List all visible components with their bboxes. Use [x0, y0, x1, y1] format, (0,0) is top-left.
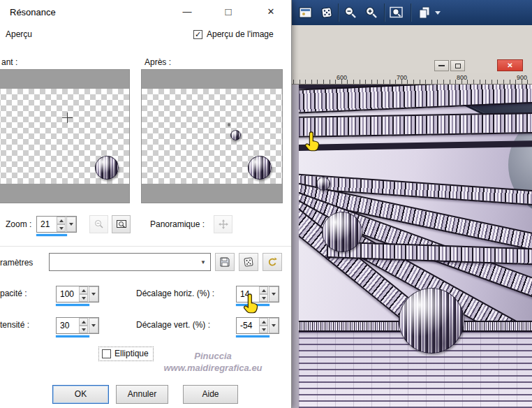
spin-down-button[interactable] [57, 224, 66, 232]
zoom-value[interactable]: 21 [37, 217, 57, 232]
accent-underline [56, 335, 89, 337]
spin-up-button[interactable] [259, 286, 268, 294]
spin-dropdown-button[interactable] [269, 318, 279, 333]
preview-gray-bar [0, 70, 129, 89]
restore-icon [455, 64, 461, 68]
v-offset-value[interactable]: -54 [237, 318, 259, 333]
before-label: ant : [1, 57, 17, 67]
save-preset-button[interactable] [215, 253, 235, 271]
window-edge [292, 85, 299, 408]
spin-up-button[interactable] [79, 318, 88, 326]
chevron-down-icon[interactable] [433, 5, 443, 20]
watermark: Pinuccia www.maidiregrafica.eu [147, 350, 279, 374]
opacity-label: pacité : [0, 289, 27, 298]
spin-dropdown-button[interactable] [269, 286, 279, 302]
intensity-field[interactable]: 30 [56, 317, 99, 334]
elliptical-control[interactable]: Elliptique [99, 347, 153, 360]
glass-sphere-large [399, 288, 464, 354]
reset-icon [267, 256, 278, 268]
zoom-fit-icon [116, 219, 127, 230]
apercu-image-label: Aperçu de l'image [207, 29, 274, 39]
app-toolbar [292, 0, 532, 25]
image-window-icon[interactable] [297, 5, 314, 20]
zoom-out-preview-button[interactable] [89, 215, 108, 233]
pan-icon [218, 219, 229, 230]
save-icon [219, 256, 230, 268]
spin-dropdown-button[interactable] [89, 286, 98, 302]
hand-cursor-icon [243, 293, 260, 316]
elliptical-label: Elliptique [114, 349, 149, 358]
doc-minimize-button[interactable] [434, 60, 449, 71]
pan-button[interactable] [214, 215, 232, 233]
intensity-label: tensité : [0, 320, 29, 330]
v-offset-label: Décalage vert. (%) : [136, 320, 210, 330]
intensity-value[interactable]: 30 [57, 318, 79, 333]
opacity-value[interactable]: 100 [57, 286, 79, 302]
magnifier-icon [94, 219, 105, 230]
after-preview-panel[interactable] [141, 69, 283, 203]
apercu-image-checkbox[interactable]: ✓ [193, 30, 202, 39]
before-preview-panel[interactable] [0, 69, 130, 203]
accent-underline [56, 304, 89, 306]
doc-close-button[interactable]: ✕ [497, 59, 523, 71]
spin-down-button[interactable] [79, 294, 88, 302]
toolbar-separator [411, 3, 412, 22]
preview-gray-bar [142, 184, 282, 203]
zoom-field[interactable]: 21 [36, 216, 77, 233]
randomize-icon[interactable] [318, 5, 335, 20]
zoom-fit-icon[interactable] [388, 5, 405, 20]
spin-down-button[interactable] [259, 326, 268, 333]
watermark-line2: www.maidiregrafica.eu [147, 362, 279, 374]
close-button[interactable]: ✕ [256, 3, 286, 21]
combo-arrow-icon[interactable]: ▼ [196, 259, 210, 265]
opacity-field[interactable]: 100 [56, 286, 99, 303]
cancel-button[interactable]: Annuler [116, 385, 168, 404]
preview-sphere [248, 156, 272, 180]
pan-label: Panoramique : [150, 219, 205, 229]
image-canvas[interactable] [299, 85, 532, 408]
presets-label: ramètres [0, 258, 33, 268]
dialog-title: Résonance [10, 7, 56, 17]
ruler-ticks [293, 80, 532, 84]
spin-dropdown-button[interactable] [66, 217, 76, 232]
minimize-button[interactable]: — [172, 3, 202, 21]
crosshair-icon [67, 112, 68, 123]
preview-gray-bar [0, 184, 129, 203]
reset-button[interactable] [263, 253, 282, 271]
spin-down-button[interactable] [259, 294, 268, 302]
screen: ✕ 600 700 800 900 [0, 0, 532, 408]
zoom-out-icon[interactable] [342, 5, 359, 20]
doc-restore-button[interactable] [450, 60, 465, 71]
spin-up-button[interactable] [259, 318, 268, 326]
elliptical-checkbox[interactable] [102, 349, 111, 358]
spin-up-button[interactable] [79, 286, 88, 294]
toolbar-separator [384, 3, 385, 22]
spin-down-button[interactable] [79, 326, 88, 333]
resonance-dialog: Résonance — □ ✕ Aperçu ✓ Aperçu de l'ima… [0, 0, 292, 408]
spin-dropdown-button[interactable] [89, 318, 98, 333]
preview-sphere [95, 156, 119, 180]
maximize-button[interactable]: □ [214, 3, 243, 21]
accent-underline [236, 335, 269, 337]
help-button[interactable]: Aide [183, 385, 238, 404]
zoom-accent-underline [36, 234, 67, 236]
zoom-label: Zoom : [6, 219, 31, 229]
spin-up-button[interactable] [57, 217, 66, 224]
v-offset-field[interactable]: -54 [236, 317, 279, 334]
ruler-label: 700 [397, 74, 407, 81]
zoom-fit-preview-button[interactable] [112, 215, 131, 233]
ok-button[interactable]: OK [52, 385, 109, 404]
zoom-in-icon[interactable] [363, 5, 380, 20]
randomize-preset-button[interactable] [239, 253, 258, 271]
watermark-line1: Pinuccia [147, 350, 279, 362]
presets-combobox[interactable]: ▼ [49, 253, 211, 271]
ribbon-band [299, 112, 532, 138]
h-offset-label: Décalage horiz. (%) : [136, 289, 214, 298]
ruler-label: 600 [337, 74, 347, 81]
copy-icon[interactable] [416, 5, 433, 20]
separator [0, 246, 292, 247]
preview-speck [228, 123, 230, 126]
preview-gray-bar [142, 70, 282, 89]
dice-icon [243, 256, 254, 268]
glass-sphere-small [316, 177, 330, 191]
